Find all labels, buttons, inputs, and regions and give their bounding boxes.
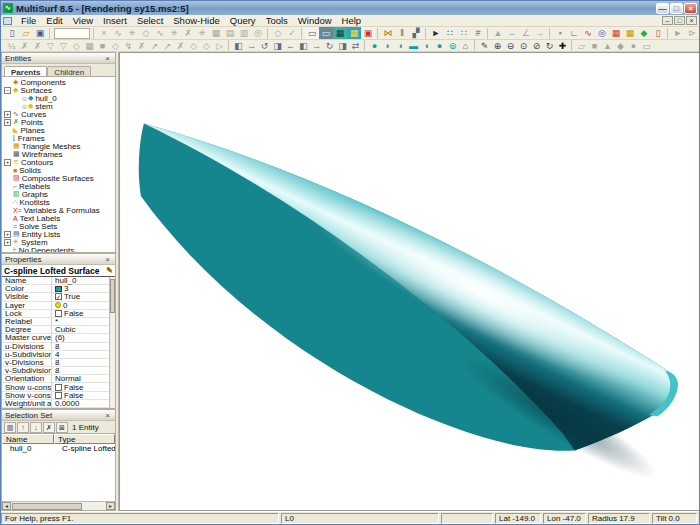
ortho-snap-icon[interactable]: #: [471, 27, 485, 39]
view-right-icon[interactable]: ●: [433, 40, 446, 52]
menu-item-edit[interactable]: Edit: [41, 15, 67, 26]
hide-children-icon[interactable]: ◧: [297, 40, 310, 52]
move-down-icon[interactable]: ↓: [30, 422, 42, 433]
entity-edit-icon[interactable]: ✎: [106, 266, 113, 275]
tree-item-components[interactable]: ◈Components: [2, 78, 115, 86]
expand-icon[interactable]: +: [4, 239, 11, 246]
mdi-document-icon[interactable]: [3, 17, 12, 25]
window-render-view-icon[interactable]: ▦: [347, 27, 361, 39]
tree-item-points[interactable]: +✗Points: [2, 118, 115, 126]
unchecked-checkbox-icon[interactable]: [55, 384, 62, 391]
window-wireframe-view-icon[interactable]: ▭: [305, 27, 319, 39]
selection-hscrollbar[interactable]: ◄ ►: [2, 501, 115, 510]
zoom-in-icon[interactable]: ⊕: [491, 40, 504, 52]
move-up-icon[interactable]: ↑: [17, 422, 29, 433]
tree-item-stem[interactable]: ⊙◆stem: [2, 102, 115, 110]
minimize-icon[interactable]: —: [656, 3, 669, 14]
new-file-icon[interactable]: ▯: [5, 27, 19, 39]
display-entity-icon[interactable]: ▪: [553, 27, 567, 39]
pen-view-icon[interactable]: ✎: [478, 40, 491, 52]
zoom-fit-icon[interactable]: ⊘: [530, 40, 543, 52]
mdi-close-icon[interactable]: ×: [686, 16, 697, 25]
mdi-minimize-icon[interactable]: –: [662, 16, 673, 25]
select-fence-icon[interactable]: ∷: [443, 27, 457, 39]
save-icon[interactable]: ▣: [33, 27, 47, 39]
tree-item-wireframes[interactable]: ▩Wireframes: [2, 150, 115, 158]
home-view-icon[interactable]: ⌂: [459, 40, 472, 52]
collapse-icon[interactable]: −: [4, 87, 11, 94]
tree-item-relabels[interactable]: ⌐Relabels: [2, 182, 115, 190]
zoom-window-icon[interactable]: ⊙: [517, 40, 530, 52]
menu-item-help[interactable]: Help: [337, 15, 367, 26]
hide-parents-icon[interactable]: ◨: [271, 40, 284, 52]
menu-item-insert[interactable]: Insert: [98, 15, 132, 26]
clear-selection-icon[interactable]: ⊠: [56, 422, 68, 433]
layer-bulb-icon[interactable]: [55, 302, 61, 308]
view-left-icon[interactable]: ◖: [420, 40, 433, 52]
toggle-visibility-b-icon[interactable]: ◨: [336, 40, 349, 52]
show-parents-icon[interactable]: ↺: [258, 40, 271, 52]
window-close-view-icon[interactable]: ▣: [361, 27, 375, 39]
menu-item-show-hide[interactable]: Show-Hide: [168, 15, 224, 26]
tree-item-curves[interactable]: +∿Curves: [2, 110, 115, 118]
expand-icon[interactable]: +: [4, 231, 11, 238]
scroll-left-icon[interactable]: ◄: [2, 502, 11, 510]
tree-item-no-dependents[interactable]: ⊦No Dependents: [2, 246, 115, 252]
tree-item-entity-lists[interactable]: +▤Entity Lists: [2, 230, 115, 238]
view-back-icon[interactable]: ◗: [381, 40, 394, 52]
hscroll-thumb[interactable]: [12, 503, 82, 510]
view-bottom-icon[interactable]: ▬: [407, 40, 420, 52]
checked-checkbox-icon[interactable]: ✓: [55, 293, 62, 300]
scroll-right-icon[interactable]: ►: [106, 502, 115, 510]
selection-close-icon[interactable]: ×: [103, 411, 112, 420]
green-diamond-tool-icon[interactable]: ◆: [637, 27, 651, 39]
entities-close-icon[interactable]: ×: [103, 54, 112, 63]
unchecked-checkbox-icon[interactable]: [55, 392, 62, 399]
circle-tool-icon[interactable]: ◎: [595, 27, 609, 39]
window-multi-view-icon[interactable]: ▦: [333, 27, 347, 39]
view-iso-icon[interactable]: ⊚: [446, 40, 459, 52]
rotate-view-icon[interactable]: ↻: [543, 40, 556, 52]
expand-icon[interactable]: +: [4, 159, 11, 166]
selection-row[interactable]: hull_0C-spline Lofted ...: [2, 444, 115, 453]
report-tool-icon[interactable]: ▯: [651, 27, 665, 39]
hide-selected-icon[interactable]: →: [245, 40, 258, 52]
hydrostatics-icon[interactable]: ∟: [567, 27, 581, 39]
window-shaded-view-icon[interactable]: ▭: [319, 27, 333, 39]
swap-visibility-icon[interactable]: ⇄: [349, 40, 362, 52]
menu-item-window[interactable]: Window: [293, 15, 337, 26]
curvature-profile-icon[interactable]: ∿: [581, 27, 595, 39]
select-cursor-icon[interactable]: ►: [429, 27, 443, 39]
property-scrollbar[interactable]: [109, 277, 115, 408]
red-mesh-tool-icon[interactable]: ▦: [609, 27, 623, 39]
property-row-weight-unit-area[interactable]: Weight/unit area0.0000: [2, 400, 109, 408]
grid-snap-icon[interactable]: ∷: [457, 27, 471, 39]
tree-item-hull-0[interactable]: ⊙◆hull_0: [2, 94, 115, 102]
visibility-icon[interactable]: ⊙: [22, 103, 27, 110]
property-value[interactable]: 0.0000: [52, 399, 109, 408]
expand-icon[interactable]: +: [4, 111, 11, 118]
properties-close-icon[interactable]: ×: [103, 255, 112, 264]
open-folder-icon[interactable]: ▱: [19, 27, 33, 39]
render-viewport[interactable]: [119, 52, 699, 511]
column-name[interactable]: Name: [2, 434, 54, 444]
menu-item-select[interactable]: Select: [132, 15, 168, 26]
divide-tool-icon[interactable]: ‖: [395, 27, 409, 39]
restore-icon[interactable]: □: [670, 3, 683, 14]
tab-parents[interactable]: Parents: [4, 66, 47, 76]
offsets-tool-icon[interactable]: ▦: [623, 27, 637, 39]
menu-item-file[interactable]: File: [16, 15, 41, 26]
menu-item-query[interactable]: Query: [225, 15, 261, 26]
tree-item-surfaces[interactable]: −◆Surfaces: [2, 86, 115, 94]
column-type[interactable]: Type: [54, 434, 115, 444]
menu-item-tools[interactable]: Tools: [261, 15, 293, 26]
project-tool-icon[interactable]: ▞: [409, 27, 423, 39]
tab-children[interactable]: Children: [47, 66, 91, 76]
pan-view-icon[interactable]: ✚: [556, 40, 569, 52]
mdi-restore-icon[interactable]: □: [674, 16, 685, 25]
close-icon[interactable]: ×: [684, 3, 697, 14]
zoom-out-icon[interactable]: ⊖: [504, 40, 517, 52]
expand-icon[interactable]: +: [4, 119, 11, 126]
color-swatch-icon[interactable]: [55, 286, 62, 292]
view-front-icon[interactable]: ●: [368, 40, 381, 52]
